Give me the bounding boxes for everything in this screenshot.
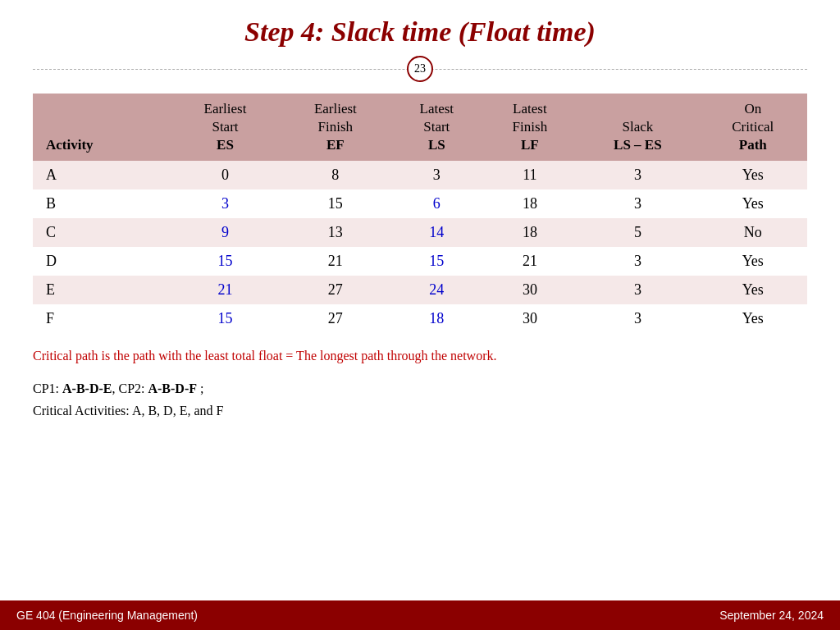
table-cell: 15 [281,189,390,218]
table-body: A083113YesB3156183YesC91314185NoD1521152… [33,161,807,333]
footer: GE 404 (Engineering Management) Septembe… [0,600,840,630]
col-activity: Activity [33,94,170,161]
table-row: F152718303Yes [33,304,807,333]
page-number: 23 [407,56,433,82]
table-cell: 15 [390,247,483,276]
col-lf: Latest Finish LF [483,94,578,161]
table-cell: Yes [699,161,807,189]
table-cell: 11 [483,161,578,189]
slack-time-table: Activity Earliest Start ES Earliest Fini… [33,94,807,333]
table-cell: 14 [390,218,483,247]
table-cell: 3 [577,161,698,189]
table-cell: 30 [483,304,578,333]
critical-path-note: Critical path is the path with the least… [33,346,807,366]
table-cell: 3 [577,276,698,304]
table-cell: Yes [699,276,807,304]
table-cell: 3 [170,189,280,218]
table-cell: 18 [483,218,578,247]
table-cell: E [33,276,170,304]
table-cell: 15 [170,247,280,276]
table-cell: 0 [170,161,280,189]
table-row: B3156183Yes [33,189,807,218]
table-cell: 3 [577,189,698,218]
divider-row: 23 [33,56,807,82]
table-cell: 15 [170,304,280,333]
main-content: Step 4: Slack time (Float time) 23 Activ… [0,0,840,600]
cp2-value: A-B-D-F [148,381,197,395]
table-cell: F [33,304,170,333]
footer-left: GE 404 (Engineering Management) [16,609,198,622]
table-cell: 5 [577,218,698,247]
table-cell: 27 [281,304,390,333]
cp1-prefix: CP1: [33,381,62,395]
table-cell: Yes [699,247,807,276]
table-row: A083113Yes [33,161,807,189]
table-row: D152115213Yes [33,247,807,276]
table-cell: 30 [483,276,578,304]
table-cell: C [33,218,170,247]
footer-right: September 24, 2024 [719,609,824,622]
table-cell: 18 [483,189,578,218]
table-cell: 21 [170,276,280,304]
table-cell: 6 [390,189,483,218]
table-cell: 21 [483,247,578,276]
table-cell: D [33,247,170,276]
table-cell: 21 [281,247,390,276]
table-cell: 3 [577,247,698,276]
table-cell: A [33,161,170,189]
cp-details: CP1: A-B-D-E, CP2: A-B-D-F ; Critical Ac… [33,377,807,422]
table-cell: Yes [699,304,807,333]
table-cell: B [33,189,170,218]
table-cell: 8 [281,161,390,189]
cp-line1: CP1: A-B-D-E, CP2: A-B-D-F ; [33,377,807,399]
table-cell: 18 [390,304,483,333]
table-cell: 27 [281,276,390,304]
cp1-suffix: ; [197,381,203,395]
col-ef: Earliest Finish EF [281,94,390,161]
table-cell: 3 [577,304,698,333]
table-cell: 9 [170,218,280,247]
table-cell: 3 [390,161,483,189]
table-row: C91314185No [33,218,807,247]
cp1-value: A-B-D-E [62,381,112,395]
col-ls: Latest Start LS [390,94,483,161]
table-header-row: Activity Earliest Start ES Earliest Fini… [33,94,807,161]
cp-line2: Critical Activities: A, B, D, E, and F [33,399,807,422]
table-cell: Yes [699,189,807,218]
cp1-mid: , CP2: [112,381,148,395]
page-title: Step 4: Slack time (Float time) [33,16,807,48]
table-cell: 24 [390,276,483,304]
col-es: Earliest Start ES [170,94,280,161]
col-slack: Slack LS – ES [577,94,698,161]
table-cell: 13 [281,218,390,247]
table-cell: No [699,218,807,247]
table-row: E212724303Yes [33,276,807,304]
col-critical: On Critical Path [699,94,807,161]
